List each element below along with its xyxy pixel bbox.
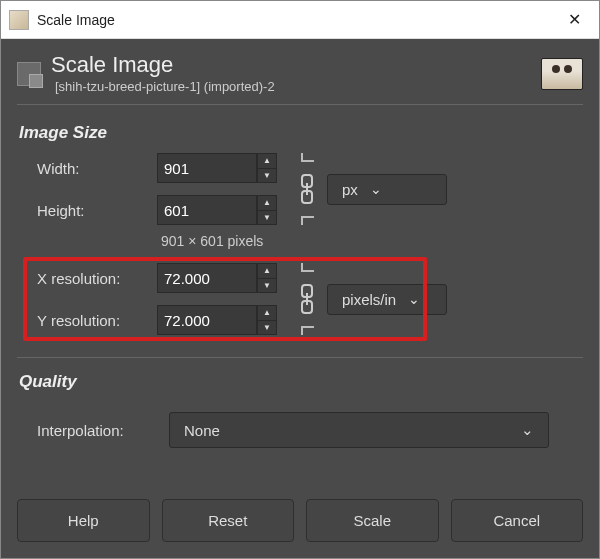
chevron-down-icon: ⌄ (408, 291, 420, 307)
resolution-unit-value: pixels/in (342, 291, 396, 308)
y-resolution-spinner: ▲ ▼ (157, 305, 287, 335)
interpolation-row: Interpolation: None ⌄ (17, 412, 583, 448)
y-res-step-down[interactable]: ▼ (257, 320, 277, 336)
close-button[interactable]: ✕ (549, 1, 599, 39)
chevron-down-icon: ⌄ (521, 421, 534, 439)
reset-button[interactable]: Reset (162, 499, 295, 542)
caret-down-icon: ▼ (263, 171, 271, 180)
size-unit-value: px (342, 181, 358, 198)
quality-heading: Quality (19, 372, 583, 392)
dimensions-text: 901 × 601 pixels (157, 233, 467, 249)
width-step-down[interactable]: ▼ (257, 168, 277, 184)
chain-link-icon (292, 263, 322, 335)
x-resolution-spinner: ▲ ▼ (157, 263, 287, 293)
size-unit-select[interactable]: px ⌄ (327, 174, 447, 205)
height-input[interactable] (157, 195, 257, 225)
divider (17, 357, 583, 358)
titlebar: Scale Image ✕ (1, 1, 599, 39)
caret-up-icon: ▲ (263, 198, 271, 207)
caret-up-icon: ▲ (263, 308, 271, 317)
x-res-step-up[interactable]: ▲ (257, 263, 277, 278)
x-resolution-label: X resolution: (17, 270, 157, 287)
caret-down-icon: ▼ (263, 323, 271, 332)
y-resolution-label: Y resolution: (17, 312, 157, 329)
scale-button[interactable]: Scale (306, 499, 439, 542)
resolution-chain-link[interactable] (287, 263, 327, 335)
scale-image-dialog: Scale Image ✕ Scale Image [shih-tzu-bree… (0, 0, 600, 559)
image-size-heading: Image Size (19, 123, 583, 143)
scale-icon (17, 62, 41, 86)
width-spinner: ▲ ▼ (157, 153, 287, 183)
cancel-button[interactable]: Cancel (451, 499, 584, 542)
caret-up-icon: ▲ (263, 156, 271, 165)
interpolation-value: None (184, 422, 220, 439)
size-grid: Width: ▲ ▼ px ⌄ Height: (17, 153, 583, 249)
window-title: Scale Image (37, 12, 549, 28)
height-step-up[interactable]: ▲ (257, 195, 277, 210)
size-chain-link[interactable] (287, 153, 327, 225)
x-res-spin-arrows: ▲ ▼ (257, 263, 277, 293)
y-resolution-input[interactable] (157, 305, 257, 335)
close-icon: ✕ (568, 10, 581, 29)
width-spin-arrows: ▲ ▼ (257, 153, 277, 183)
height-spinner: ▲ ▼ (157, 195, 287, 225)
y-res-spin-arrows: ▲ ▼ (257, 305, 277, 335)
interpolation-label: Interpolation: (37, 422, 157, 439)
dialog-footer: Help Reset Scale Cancel (17, 481, 583, 542)
caret-up-icon: ▲ (263, 266, 271, 275)
width-input[interactable] (157, 153, 257, 183)
help-button[interactable]: Help (17, 499, 150, 542)
x-res-step-down[interactable]: ▼ (257, 278, 277, 294)
header-titles: Scale Image [shih-tzu-breed-picture-1] (… (51, 53, 531, 94)
dialog-title: Scale Image (51, 53, 531, 77)
caret-down-icon: ▼ (263, 213, 271, 222)
width-label: Width: (17, 160, 157, 177)
height-step-down[interactable]: ▼ (257, 210, 277, 226)
y-res-step-up[interactable]: ▲ (257, 305, 277, 320)
width-step-up[interactable]: ▲ (257, 153, 277, 168)
image-thumbnail (541, 58, 583, 90)
resolution-grid: X resolution: ▲ ▼ (17, 263, 583, 335)
dialog-header: Scale Image [shih-tzu-breed-picture-1] (… (17, 53, 583, 105)
x-resolution-input[interactable] (157, 263, 257, 293)
height-spin-arrows: ▲ ▼ (257, 195, 277, 225)
resolution-unit-select[interactable]: pixels/in ⌄ (327, 284, 447, 315)
height-label: Height: (17, 202, 157, 219)
chevron-down-icon: ⌄ (370, 181, 382, 197)
image-name: [shih-tzu-breed-picture-1] (imported)-2 (55, 79, 531, 94)
dialog-body: Scale Image [shih-tzu-breed-picture-1] (… (1, 39, 599, 558)
app-icon (9, 10, 29, 30)
chain-link-icon (292, 153, 322, 225)
caret-down-icon: ▼ (263, 281, 271, 290)
resolution-block: X resolution: ▲ ▼ (17, 255, 583, 343)
interpolation-select[interactable]: None ⌄ (169, 412, 549, 448)
